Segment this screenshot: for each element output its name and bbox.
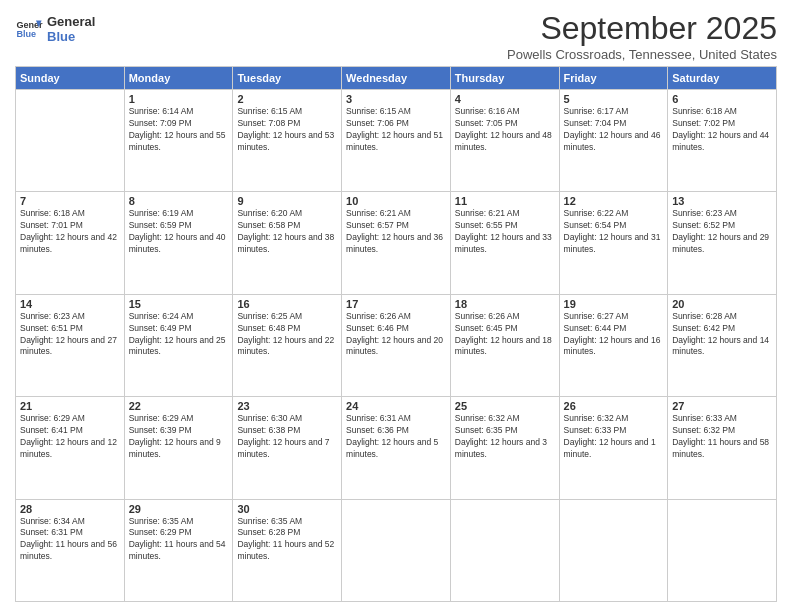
sunrise-text: Sunrise: 6:26 AM [455, 311, 520, 321]
header: General Blue General Blue September 2025… [15, 10, 777, 62]
logo-text-line1: General [47, 14, 95, 29]
day-number: 24 [346, 400, 446, 412]
table-row: 29Sunrise: 6:35 AMSunset: 6:29 PMDayligh… [124, 499, 233, 601]
calendar-week-row: 1Sunrise: 6:14 AMSunset: 7:09 PMDaylight… [16, 90, 777, 192]
table-row: 22Sunrise: 6:29 AMSunset: 6:39 PMDayligh… [124, 397, 233, 499]
table-row: 7Sunrise: 6:18 AMSunset: 7:01 PMDaylight… [16, 192, 125, 294]
table-row: 16Sunrise: 6:25 AMSunset: 6:48 PMDayligh… [233, 294, 342, 396]
table-row: 30Sunrise: 6:35 AMSunset: 6:28 PMDayligh… [233, 499, 342, 601]
day-number: 18 [455, 298, 555, 310]
daylight-text: Daylight: 12 hours and 25 minutes. [129, 335, 226, 357]
calendar-week-row: 7Sunrise: 6:18 AMSunset: 7:01 PMDaylight… [16, 192, 777, 294]
sunset-text: Sunset: 6:33 PM [564, 425, 627, 435]
sunset-text: Sunset: 6:36 PM [346, 425, 409, 435]
subtitle: Powells Crossroads, Tennessee, United St… [507, 47, 777, 62]
day-info: Sunrise: 6:19 AMSunset: 6:59 PMDaylight:… [129, 208, 229, 256]
day-number: 4 [455, 93, 555, 105]
sunset-text: Sunset: 7:02 PM [672, 118, 735, 128]
day-info: Sunrise: 6:21 AMSunset: 6:55 PMDaylight:… [455, 208, 555, 256]
table-row: 4Sunrise: 6:16 AMSunset: 7:05 PMDaylight… [450, 90, 559, 192]
table-row: 20Sunrise: 6:28 AMSunset: 6:42 PMDayligh… [668, 294, 777, 396]
sunrise-text: Sunrise: 6:23 AM [672, 208, 737, 218]
sunrise-text: Sunrise: 6:30 AM [237, 413, 302, 423]
daylight-text: Daylight: 11 hours and 54 minutes. [129, 539, 226, 561]
table-row: 12Sunrise: 6:22 AMSunset: 6:54 PMDayligh… [559, 192, 668, 294]
sunset-text: Sunset: 6:45 PM [455, 323, 518, 333]
day-info: Sunrise: 6:15 AMSunset: 7:06 PMDaylight:… [346, 106, 446, 154]
sunset-text: Sunset: 6:29 PM [129, 527, 192, 537]
daylight-text: Daylight: 12 hours and 40 minutes. [129, 232, 226, 254]
sunset-text: Sunset: 6:41 PM [20, 425, 83, 435]
sunset-text: Sunset: 7:09 PM [129, 118, 192, 128]
daylight-text: Daylight: 12 hours and 3 minutes. [455, 437, 547, 459]
table-row: 5Sunrise: 6:17 AMSunset: 7:04 PMDaylight… [559, 90, 668, 192]
day-number: 25 [455, 400, 555, 412]
day-info: Sunrise: 6:30 AMSunset: 6:38 PMDaylight:… [237, 413, 337, 461]
daylight-text: Daylight: 12 hours and 46 minutes. [564, 130, 661, 152]
header-thursday: Thursday [450, 67, 559, 90]
sunrise-text: Sunrise: 6:35 AM [129, 516, 194, 526]
day-info: Sunrise: 6:24 AMSunset: 6:49 PMDaylight:… [129, 311, 229, 359]
sunrise-text: Sunrise: 6:23 AM [20, 311, 85, 321]
day-info: Sunrise: 6:28 AMSunset: 6:42 PMDaylight:… [672, 311, 772, 359]
sunrise-text: Sunrise: 6:14 AM [129, 106, 194, 116]
day-number: 2 [237, 93, 337, 105]
daylight-text: Daylight: 12 hours and 31 minutes. [564, 232, 661, 254]
sunrise-text: Sunrise: 6:29 AM [129, 413, 194, 423]
table-row: 10Sunrise: 6:21 AMSunset: 6:57 PMDayligh… [342, 192, 451, 294]
logo-icon: General Blue [15, 15, 43, 43]
day-number: 22 [129, 400, 229, 412]
table-row: 21Sunrise: 6:29 AMSunset: 6:41 PMDayligh… [16, 397, 125, 499]
sunset-text: Sunset: 6:35 PM [455, 425, 518, 435]
day-number: 21 [20, 400, 120, 412]
day-info: Sunrise: 6:26 AMSunset: 6:46 PMDaylight:… [346, 311, 446, 359]
sunrise-text: Sunrise: 6:25 AM [237, 311, 302, 321]
sunset-text: Sunset: 6:54 PM [564, 220, 627, 230]
daylight-text: Daylight: 12 hours and 29 minutes. [672, 232, 769, 254]
header-friday: Friday [559, 67, 668, 90]
day-number: 29 [129, 503, 229, 515]
sunset-text: Sunset: 6:49 PM [129, 323, 192, 333]
day-info: Sunrise: 6:18 AMSunset: 7:01 PMDaylight:… [20, 208, 120, 256]
sunset-text: Sunset: 6:32 PM [672, 425, 735, 435]
day-info: Sunrise: 6:18 AMSunset: 7:02 PMDaylight:… [672, 106, 772, 154]
sunrise-text: Sunrise: 6:32 AM [564, 413, 629, 423]
main-title: September 2025 [507, 10, 777, 47]
sunset-text: Sunset: 6:55 PM [455, 220, 518, 230]
daylight-text: Daylight: 12 hours and 20 minutes. [346, 335, 443, 357]
daylight-text: Daylight: 12 hours and 14 minutes. [672, 335, 769, 357]
table-row: 28Sunrise: 6:34 AMSunset: 6:31 PMDayligh… [16, 499, 125, 601]
sunrise-text: Sunrise: 6:29 AM [20, 413, 85, 423]
sunset-text: Sunset: 7:06 PM [346, 118, 409, 128]
sunrise-text: Sunrise: 6:34 AM [20, 516, 85, 526]
logo: General Blue General Blue [15, 14, 95, 44]
day-info: Sunrise: 6:32 AMSunset: 6:35 PMDaylight:… [455, 413, 555, 461]
day-info: Sunrise: 6:15 AMSunset: 7:08 PMDaylight:… [237, 106, 337, 154]
daylight-text: Daylight: 12 hours and 53 minutes. [237, 130, 334, 152]
day-info: Sunrise: 6:14 AMSunset: 7:09 PMDaylight:… [129, 106, 229, 154]
sunset-text: Sunset: 6:46 PM [346, 323, 409, 333]
daylight-text: Daylight: 12 hours and 16 minutes. [564, 335, 661, 357]
daylight-text: Daylight: 12 hours and 38 minutes. [237, 232, 334, 254]
day-info: Sunrise: 6:29 AMSunset: 6:39 PMDaylight:… [129, 413, 229, 461]
daylight-text: Daylight: 12 hours and 9 minutes. [129, 437, 221, 459]
day-info: Sunrise: 6:35 AMSunset: 6:28 PMDaylight:… [237, 516, 337, 564]
svg-text:Blue: Blue [16, 29, 36, 39]
table-row: 27Sunrise: 6:33 AMSunset: 6:32 PMDayligh… [668, 397, 777, 499]
sunset-text: Sunset: 7:08 PM [237, 118, 300, 128]
day-info: Sunrise: 6:20 AMSunset: 6:58 PMDaylight:… [237, 208, 337, 256]
sunset-text: Sunset: 6:44 PM [564, 323, 627, 333]
daylight-text: Daylight: 12 hours and 1 minute. [564, 437, 656, 459]
sunrise-text: Sunrise: 6:19 AM [129, 208, 194, 218]
daylight-text: Daylight: 12 hours and 5 minutes. [346, 437, 438, 459]
sunset-text: Sunset: 6:39 PM [129, 425, 192, 435]
sunrise-text: Sunrise: 6:27 AM [564, 311, 629, 321]
day-number: 19 [564, 298, 664, 310]
day-info: Sunrise: 6:26 AMSunset: 6:45 PMDaylight:… [455, 311, 555, 359]
day-info: Sunrise: 6:16 AMSunset: 7:05 PMDaylight:… [455, 106, 555, 154]
day-info: Sunrise: 6:31 AMSunset: 6:36 PMDaylight:… [346, 413, 446, 461]
day-number: 7 [20, 195, 120, 207]
day-number: 14 [20, 298, 120, 310]
table-row: 8Sunrise: 6:19 AMSunset: 6:59 PMDaylight… [124, 192, 233, 294]
daylight-text: Daylight: 11 hours and 56 minutes. [20, 539, 117, 561]
